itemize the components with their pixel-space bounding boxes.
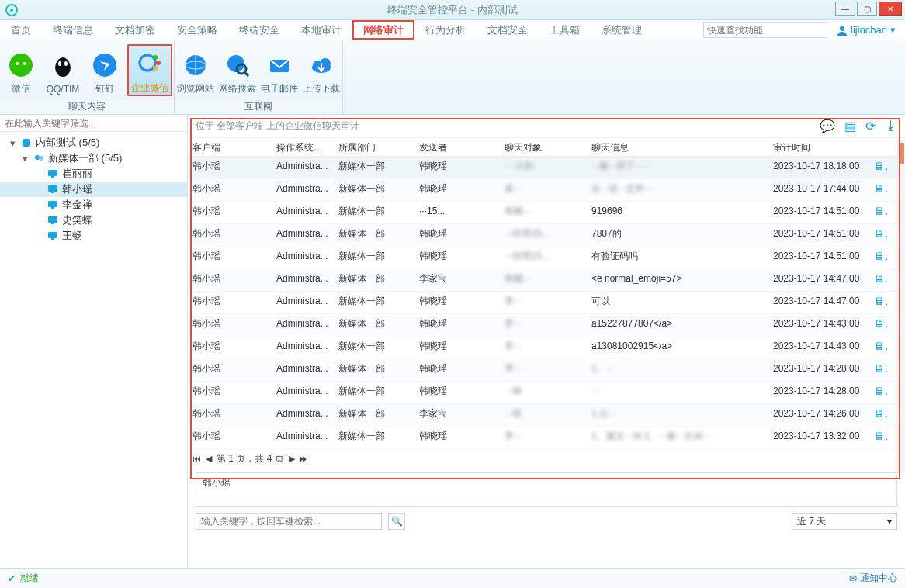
cell: Administra... bbox=[272, 202, 334, 223]
menu-网络审计[interactable]: 网络审计 bbox=[352, 20, 414, 40]
tree-group-label: 新媒体一部 (5/5) bbox=[48, 151, 122, 165]
column-header[interactable]: 聊天信息 bbox=[587, 138, 768, 156]
cell: <e normal_emoji=57> bbox=[587, 269, 768, 291]
cell: 韩晓瑶 bbox=[414, 314, 500, 336]
table-row[interactable]: 韩小瑶Administra...新媒体一部韩晓瑶李···可以2023-10-17… bbox=[188, 292, 905, 314]
cell: 2023-10-17 14:28:00 bbox=[768, 382, 869, 403]
row-detail-icon[interactable]: 🖥 bbox=[869, 427, 888, 448]
ribbon-wecom[interactable]: 企业微信 bbox=[127, 44, 172, 96]
table-row[interactable]: 韩小瑶Administra...新媒体一部韩晓瑶李···a15227877807… bbox=[188, 314, 905, 337]
table-row[interactable]: 韩小瑶Administra...新媒体一部韩晓瑶··· 小刘···被···停了·… bbox=[188, 157, 905, 179]
collapse-icon[interactable]: ▾ bbox=[20, 153, 29, 164]
user-menu[interactable]: lijinchan ▾ bbox=[827, 20, 905, 40]
notification-center[interactable]: ✉ 通知中心 bbox=[849, 572, 897, 585]
column-header[interactable]: 所属部门 bbox=[334, 138, 414, 156]
column-header[interactable]: 发送者 bbox=[414, 138, 500, 156]
table-row[interactable]: 韩小瑶Administra...新媒体一部李家宝···瑶1.公···2023-1… bbox=[188, 404, 905, 427]
cell: 韩小瑶 bbox=[188, 427, 272, 448]
column-header[interactable]: 审计时间 bbox=[768, 138, 869, 156]
cell: 新媒体一部 bbox=[334, 269, 414, 291]
menu-文档加密[interactable]: 文档加密 bbox=[104, 20, 166, 40]
row-detail-icon[interactable]: 🖥 bbox=[869, 179, 888, 201]
pager-text: 第 1 页，共 4 页 bbox=[217, 452, 284, 465]
row-detail-icon[interactable]: 🖥 bbox=[869, 157, 888, 178]
qq-icon bbox=[47, 51, 78, 82]
cloud-icon bbox=[306, 50, 337, 81]
cell: 新媒体一部 bbox=[334, 179, 414, 201]
tree-root[interactable]: ▾ 内部测试 (5/5) bbox=[0, 135, 187, 150]
pager-next[interactable]: ▶ bbox=[289, 454, 295, 464]
tree-leaf[interactable]: 王畅 bbox=[0, 228, 187, 244]
ribbon-qq[interactable]: QQ/TIM bbox=[42, 47, 84, 95]
ribbon-cloud[interactable]: 上传下载 bbox=[300, 45, 342, 95]
chat-icon[interactable]: 💬 bbox=[820, 119, 835, 133]
pager-first[interactable]: ⏮ bbox=[192, 454, 201, 463]
cell: 企···试···文件··· bbox=[587, 179, 768, 201]
row-detail-icon[interactable]: 🖥 bbox=[869, 202, 888, 223]
table-row[interactable]: 韩小瑶Administra...新媒体一部韩晓瑶···经理15...7807的2… bbox=[188, 224, 905, 247]
column-header[interactable] bbox=[869, 138, 888, 156]
ribbon-globe[interactable]: 浏览网站 bbox=[175, 45, 217, 95]
row-detail-icon[interactable]: 🖥 bbox=[869, 247, 888, 268]
ribbon-dingtalk[interactable]: 钉钉 bbox=[84, 45, 126, 95]
close-button[interactable]: ✕ bbox=[879, 2, 902, 16]
table-row[interactable]: 韩小瑶Administra...新媒体一部韩晓瑶崔···企···试···文件··… bbox=[188, 179, 905, 202]
tree-leaf[interactable]: 史笑蝶 bbox=[0, 213, 187, 228]
row-detail-icon[interactable]: 🖥 bbox=[869, 382, 888, 403]
tree-filter-input[interactable] bbox=[0, 115, 187, 132]
cell: 韩晓瑶 bbox=[414, 157, 500, 178]
menu-安全策略[interactable]: 安全策略 bbox=[166, 20, 228, 40]
column-header[interactable]: 操作系统账户 bbox=[272, 138, 334, 156]
ribbon-wechat[interactable]: 微信 bbox=[0, 45, 42, 95]
menu-行为分析[interactable]: 行为分析 bbox=[414, 20, 477, 40]
menu-本地审计[interactable]: 本地审计 bbox=[290, 20, 352, 40]
menu-系统管理[interactable]: 系统管理 bbox=[591, 20, 653, 40]
cell: Administra... bbox=[272, 179, 334, 201]
scrollbar-thumb[interactable] bbox=[899, 143, 904, 164]
ribbon-search-globe[interactable]: 网络搜索 bbox=[217, 45, 258, 95]
column-header[interactable]: 客户端 bbox=[188, 138, 272, 156]
row-detail-icon[interactable]: 🖥 bbox=[869, 292, 888, 313]
table-row[interactable]: 韩小瑶Administra...新媒体一部韩晓瑶李···1、···2023-10… bbox=[188, 359, 905, 382]
row-detail-icon[interactable]: 🖥 bbox=[869, 269, 888, 291]
tree-group[interactable]: ▾ 新媒体一部 (5/5) bbox=[0, 150, 187, 166]
tree-leaf[interactable]: 韩小瑶 bbox=[0, 182, 187, 197]
search-button[interactable]: 🔍 bbox=[388, 513, 405, 530]
menu-文档安全[interactable]: 文档安全 bbox=[477, 20, 539, 40]
download-icon[interactable]: ⭳ bbox=[885, 119, 897, 133]
ribbon-mail[interactable]: 电子邮件 bbox=[258, 45, 300, 95]
table-row[interactable]: 韩小瑶Administra...新媒体一部···15...韩晓···919696… bbox=[188, 202, 905, 224]
menu-工具箱[interactable]: 工具箱 bbox=[539, 20, 591, 40]
menu-终端安全[interactable]: 终端安全 bbox=[228, 20, 290, 40]
vertical-scrollbar[interactable] bbox=[897, 140, 905, 473]
table-row[interactable]: 韩小瑶Administra...新媒体一部韩晓瑶李···a13081002915… bbox=[188, 337, 905, 359]
ribbon-caption: 上传下载 bbox=[300, 82, 342, 95]
menu-终端信息[interactable]: 终端信息 bbox=[42, 20, 104, 40]
minimize-button[interactable]: — bbox=[835, 2, 855, 16]
refresh-icon[interactable]: ⟳ bbox=[865, 119, 876, 133]
row-detail-icon[interactable]: 🖥 bbox=[869, 359, 888, 381]
column-header[interactable]: 聊天对象 bbox=[500, 138, 587, 156]
row-detail-icon[interactable]: 🖥 bbox=[869, 337, 888, 358]
row-detail-icon[interactable]: 🖥 bbox=[869, 224, 888, 246]
table-row[interactable]: 韩小瑶Administra...新媒体一部韩晓瑶···禅···2023-10-1… bbox=[188, 382, 905, 404]
tree-leaf[interactable]: 李金禅 bbox=[0, 197, 187, 213]
list-icon[interactable]: ▤ bbox=[844, 119, 856, 133]
pager: ⏮ ◀ 第 1 页，共 4 页 ▶ ⏭ bbox=[188, 449, 905, 468]
row-detail-icon[interactable]: 🖥 bbox=[869, 404, 888, 426]
table-row[interactable]: 韩小瑶Administra...新媒体一部韩晓瑶···经理15...有验证码吗2… bbox=[188, 247, 905, 269]
collapse-icon[interactable]: ▾ bbox=[8, 137, 17, 149]
pager-last[interactable]: ⏭ bbox=[300, 454, 308, 463]
ribbon: 微信QQ/TIM钉钉企业微信聊天内容浏览网站网络搜索电子邮件上传下载互联网 bbox=[0, 40, 905, 115]
keyword-input[interactable] bbox=[196, 513, 382, 530]
pager-prev[interactable]: ◀ bbox=[206, 454, 212, 464]
maximize-button[interactable]: ▢ bbox=[857, 2, 877, 16]
cell: 1.公··· bbox=[587, 404, 768, 426]
date-range-select[interactable]: 近 7 天 ▾ bbox=[792, 513, 897, 530]
table-row[interactable]: 韩小瑶Administra...新媒体一部韩晓瑶李···1、图文···待 2、·… bbox=[188, 427, 905, 449]
row-detail-icon[interactable]: 🖥 bbox=[869, 314, 888, 336]
table-row[interactable]: 韩小瑶Administra...新媒体一部李家宝韩晓···<e normal_e… bbox=[188, 269, 905, 292]
menu-首页[interactable]: 首页 bbox=[0, 20, 42, 40]
quick-search-input[interactable] bbox=[703, 22, 827, 38]
tree-leaf[interactable]: 崔丽丽 bbox=[0, 166, 187, 182]
